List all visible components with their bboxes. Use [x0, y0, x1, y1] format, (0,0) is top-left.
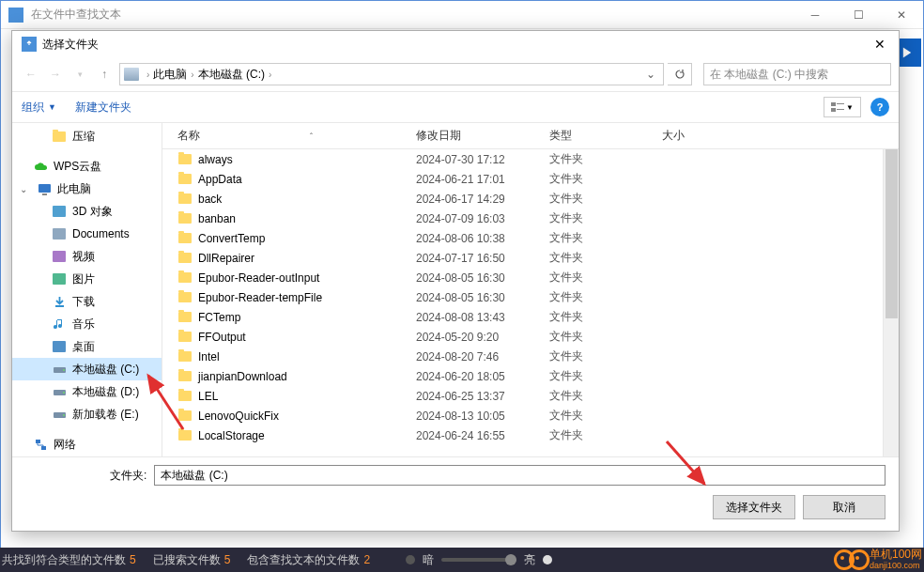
svg-rect-4 [837, 109, 844, 110]
file-date: 2024-07-17 16:50 [416, 252, 549, 265]
file-row[interactable]: DllRepairer2024-07-17 16:50文件夹 [162, 248, 883, 268]
file-row[interactable]: banban2024-07-09 16:03文件夹 [162, 209, 883, 228]
file-row[interactable]: always2024-07-30 17:12文件夹 [162, 149, 883, 169]
chevron-right-icon: › [269, 70, 271, 80]
tree-item[interactable]: Documents [12, 223, 162, 245]
file-name: LocalStorage [198, 429, 416, 442]
folder-field-label: 文件夹: [110, 468, 146, 484]
refresh-button[interactable] [668, 63, 692, 85]
tree-item-label: 新加载卷 (E:) [72, 407, 139, 423]
collapse-icon[interactable]: ⌄ [20, 184, 29, 194]
help-button[interactable]: ? [870, 98, 889, 116]
dark-label: 暗 [423, 552, 434, 568]
file-row[interactable]: Epubor-Reader-outInput2024-08-05 16:30文件… [162, 268, 883, 287]
tree-item[interactable]: 新加载卷 (E:) [12, 403, 162, 425]
parent-title: 在文件中查找文本 [31, 7, 793, 23]
folder-name-input[interactable] [154, 465, 886, 486]
tree-item[interactable]: 图片 [12, 268, 162, 290]
tree-item-label: 本地磁盘 (D:) [72, 384, 139, 400]
vertical-scrollbar[interactable] [883, 149, 899, 456]
file-name: Epubor-Reader-tempFile [198, 291, 416, 304]
file-name: DllRepairer [198, 252, 416, 265]
svg-rect-7 [53, 206, 66, 217]
tree-item[interactable]: 视频 [12, 245, 162, 268]
file-row[interactable]: LEL2024-06-25 13:37文件夹 [162, 386, 883, 406]
tree-item[interactable]: 本地磁盘 (D:) [12, 380, 162, 403]
column-header-date[interactable]: 修改日期 [416, 128, 549, 144]
file-date: 2024-07-09 16:03 [416, 212, 549, 225]
logo-text-top: 单机100网 [870, 549, 922, 561]
file-date: 2024-08-08 13:43 [416, 311, 549, 324]
download-icon [52, 294, 67, 309]
file-row[interactable]: jianpianDownload2024-06-20 18:05文件夹 [162, 366, 883, 386]
minimize-button[interactable]: ─ [793, 1, 837, 29]
file-row[interactable]: LenovoQuickFix2024-08-13 10:05文件夹 [162, 406, 883, 425]
tree-item[interactable]: 本地磁盘 (C:) [12, 358, 162, 380]
scrollbar-thumb[interactable] [886, 149, 898, 318]
column-header-size[interactable]: 大小 [662, 128, 737, 144]
slider-track[interactable] [441, 558, 516, 562]
search-input[interactable]: 在 本地磁盘 (C:) 中搜索 [703, 63, 891, 85]
file-date: 2024-08-13 10:05 [416, 410, 549, 423]
tree-item-label: 视频 [72, 249, 95, 265]
close-button[interactable]: ✕ [880, 1, 923, 29]
breadcrumb-dropdown[interactable]: ⌄ [642, 68, 659, 81]
brightness-slider[interactable]: 暗 亮 [406, 552, 552, 568]
file-list: 名称ˆ 修改日期 类型 大小 always2024-07-30 17:12文件夹… [162, 123, 899, 456]
new-folder-button[interactable]: 新建文件夹 [75, 100, 131, 116]
file-type: 文件夹 [549, 250, 662, 266]
tree-item[interactable]: ⌄此电脑 [12, 178, 162, 200]
slider-thumb[interactable] [505, 554, 516, 565]
file-row[interactable]: Epubor-Reader-tempFile2024-08-05 16:30文件… [162, 287, 883, 307]
forward-button[interactable]: → [44, 63, 67, 85]
file-name: ConvertTemp [198, 232, 416, 245]
recent-dropdown[interactable]: ▾ [69, 63, 91, 85]
select-folder-button[interactable]: 选择文件夹 [713, 495, 795, 519]
tree-item[interactable]: 网络 [12, 433, 162, 456]
file-type: 文件夹 [549, 270, 662, 286]
maximize-button[interactable]: ☐ [837, 1, 880, 29]
tree-item-label: 本地磁盘 (C:) [72, 362, 139, 378]
folder-tree: 压缩WPS云盘⌄此电脑3D 对象Documents视频图片下载音乐桌面本地磁盘 … [12, 123, 162, 456]
tree-item[interactable]: 压缩 [12, 125, 162, 147]
tree-item[interactable]: 3D 对象 [12, 200, 162, 223]
back-button[interactable]: ← [20, 63, 42, 85]
file-row[interactable]: AppData2024-06-21 17:01文件夹 [162, 169, 883, 189]
tree-item[interactable]: WPS云盘 [12, 155, 162, 178]
column-header-name[interactable]: 名称ˆ [177, 128, 416, 144]
logo-circle-icon [849, 549, 870, 570]
light-label: 亮 [524, 552, 535, 568]
view-options-button[interactable]: ▼ [824, 97, 861, 117]
file-date: 2024-08-05 16:30 [416, 291, 549, 304]
tree-item[interactable]: 音乐 [12, 313, 162, 335]
file-row[interactable]: FCTemp2024-08-08 13:43文件夹 [162, 307, 883, 327]
breadcrumb-pc[interactable]: 此电脑 [153, 67, 187, 83]
chevron-right-icon: › [191, 70, 193, 80]
tree-item[interactable]: 下载 [12, 290, 162, 313]
breadcrumb-drive[interactable]: 本地磁盘 (C:) [198, 67, 265, 83]
chevron-down-icon: ▼ [48, 102, 56, 112]
file-type: 文件夹 [549, 408, 662, 424]
dialog-titlebar: 选择文件夹 ✕ [12, 31, 899, 57]
tree-item[interactable]: 桌面 [12, 335, 162, 358]
folder-icon [177, 369, 192, 384]
file-name: FFOutput [198, 331, 416, 344]
file-row[interactable]: back2024-06-17 14:29文件夹 [162, 189, 883, 209]
column-header-type[interactable]: 类型 [549, 128, 662, 144]
status-matched-files: 共找到符合类型的文件数5 [2, 552, 136, 568]
breadcrumb[interactable]: › 此电脑 › 本地磁盘 (C:) › ⌄ [119, 63, 664, 85]
file-row[interactable]: LocalStorage2024-06-24 16:55文件夹 [162, 425, 883, 445]
dialog-close-button[interactable]: ✕ [865, 33, 895, 55]
tree-item-label: 压缩 [72, 129, 95, 145]
file-row[interactable]: FFOutput2024-05-20 9:20文件夹 [162, 327, 883, 347]
doc-icon [52, 226, 67, 241]
cancel-button[interactable]: 取消 [803, 495, 886, 519]
organize-menu[interactable]: 组织 ▼ [22, 100, 56, 116]
navigation-bar: ← → ▾ ↑ › 此电脑 › 本地磁盘 (C:) › ⌄ 在 本地磁盘 (C:… [12, 57, 899, 91]
file-name: back [198, 193, 416, 206]
file-row[interactable]: ConvertTemp2024-08-06 10:38文件夹 [162, 228, 883, 248]
folder-icon [177, 290, 192, 305]
chevron-down-icon: ▼ [846, 103, 854, 112]
file-row[interactable]: Intel2024-08-20 7:46文件夹 [162, 347, 883, 366]
up-button[interactable]: ↑ [93, 63, 116, 85]
